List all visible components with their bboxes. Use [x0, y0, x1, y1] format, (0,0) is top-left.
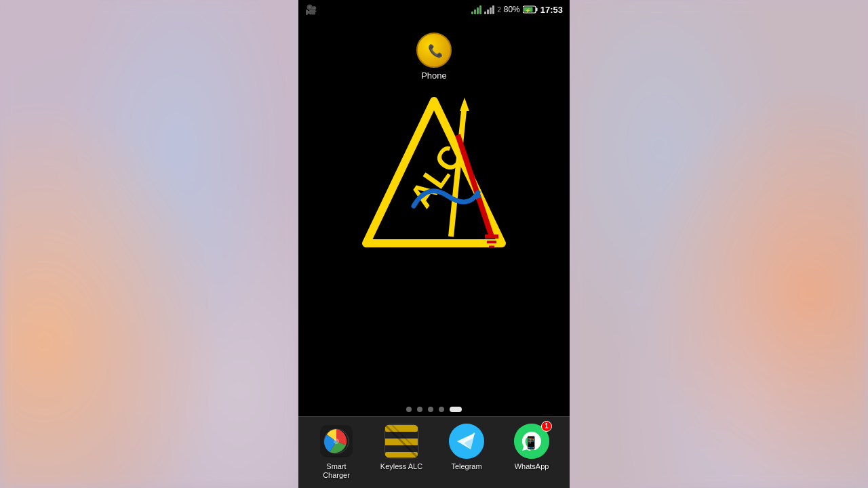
- telegram-icon: [449, 424, 484, 459]
- signal-bar: [471, 12, 473, 14]
- signal-bar: [474, 9, 476, 14]
- app-item-whatsapp[interactable]: 📱 1 WhatsApp: [508, 424, 555, 471]
- battery-icon: ⚡: [523, 5, 538, 14]
- alc-logo-svg: ALC: [359, 94, 509, 270]
- time-display: 17:53: [540, 5, 563, 15]
- phone-icon-svg: 📞: [424, 40, 444, 60]
- signal-bars-2: [484, 5, 494, 14]
- page-dot-3[interactable]: [428, 407, 433, 412]
- background-left: [0, 0, 298, 488]
- keyless-alc-icon-wrapper: [384, 424, 419, 459]
- signal-bars-1: [471, 5, 481, 14]
- background-right: [570, 0, 868, 488]
- camera-icon: 🎥: [305, 4, 317, 15]
- svg-point-17: [334, 439, 339, 444]
- signal-bar: [487, 9, 489, 14]
- signal-label: 2: [497, 6, 501, 14]
- whatsapp-icon-wrapper: 📱 1: [514, 424, 549, 459]
- telegram-icon-wrapper: [449, 424, 484, 459]
- phone-screen: 🎥 2 80% ⚡: [298, 0, 570, 488]
- signal-bar: [479, 5, 481, 14]
- status-bar: 🎥 2 80% ⚡: [298, 0, 570, 19]
- page-dot-5[interactable]: [450, 407, 462, 412]
- phone-app-icon: 📞: [416, 33, 452, 68]
- page-dot-4[interactable]: [439, 407, 444, 412]
- svg-text:⚡: ⚡: [525, 7, 531, 14]
- app-dock: SmartCharger: [298, 416, 570, 488]
- app-item-keyless-alc[interactable]: Keyless ALC: [378, 424, 425, 471]
- svg-line-10: [458, 135, 492, 237]
- page-dot-1[interactable]: [406, 407, 412, 412]
- smart-charger-label: SmartCharger: [323, 462, 350, 480]
- whatsapp-badge: 1: [541, 421, 552, 432]
- signal-bar: [484, 12, 486, 14]
- status-left: 🎥: [305, 4, 317, 15]
- keyless-alc-icon: [384, 424, 419, 459]
- whatsapp-label: WhatsApp: [515, 462, 549, 471]
- keyless-alc-label: Keyless ALC: [380, 462, 422, 471]
- status-right: 2 80% ⚡ 17:53: [471, 5, 563, 15]
- smart-charger-icon: [319, 424, 354, 459]
- alc-logo: ALC: [359, 94, 509, 273]
- smart-charger-icon-wrapper: [319, 424, 354, 459]
- page-dot-2[interactable]: [417, 407, 422, 412]
- signal-bar: [477, 7, 479, 14]
- app-item-telegram[interactable]: Telegram: [443, 424, 490, 471]
- main-content: 📞 Phone ALC: [298, 19, 570, 400]
- app-item-smart-charger[interactable]: SmartCharger: [313, 424, 360, 480]
- svg-text:📱: 📱: [524, 435, 539, 450]
- phone-app-label: Phone: [421, 70, 447, 81]
- signal-bar: [492, 5, 494, 14]
- telegram-label: Telegram: [451, 462, 481, 471]
- phone-app[interactable]: 📞 Phone: [416, 33, 452, 81]
- battery-percent: 80%: [504, 5, 520, 14]
- svg-rect-1: [536, 8, 537, 12]
- signal-bar: [490, 7, 492, 14]
- svg-text:📞: 📞: [428, 43, 443, 58]
- page-dots: [298, 400, 570, 416]
- svg-marker-9: [460, 98, 469, 111]
